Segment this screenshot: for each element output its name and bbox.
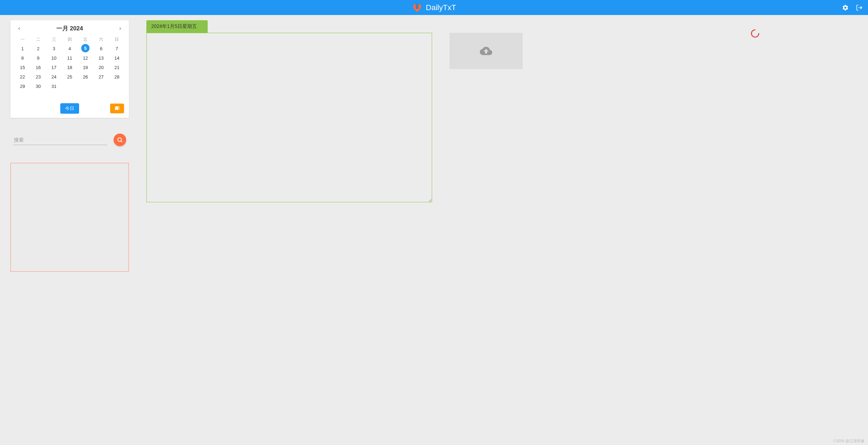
spinner-icon [750, 29, 760, 38]
calendar-day[interactable]: 18 [62, 63, 77, 72]
calendar-widget: 一月 2024 一二三四五六日1234567891011121314151617… [10, 20, 129, 118]
calendar-weekday: 二 [30, 35, 46, 44]
calendar-day[interactable]: 28 [109, 72, 125, 82]
calendar-day[interactable]: 2 [30, 44, 46, 53]
calendar-weekday: 六 [93, 35, 109, 44]
calendar-day[interactable]: 16 [30, 63, 46, 72]
calendar-day[interactable]: 25 [62, 72, 77, 82]
calendar-grid: 一二三四五六日123456789101112131415161718192021… [15, 35, 125, 91]
svg-point-6 [752, 30, 759, 37]
entry-date-tab: 2024年1月5日星期五 [146, 20, 208, 33]
gear-icon [842, 4, 849, 11]
calendar-day[interactable]: 24 [46, 72, 62, 82]
svg-point-4 [118, 138, 122, 142]
calendar-day[interactable]: 11 [62, 53, 77, 63]
search-icon [117, 137, 123, 143]
calendar-day[interactable]: 3 [46, 44, 62, 53]
calendar-weekday: 一 [15, 35, 30, 44]
today-button[interactable]: 今日 [60, 103, 79, 114]
cloud-upload-icon [480, 45, 492, 57]
calendar-day[interactable]: 7 [109, 44, 125, 53]
loading-spinner [750, 29, 760, 40]
app-header: DailyTxT [0, 0, 868, 15]
calendar-weekday: 日 [109, 35, 125, 44]
calendar-day[interactable]: 21 [109, 63, 125, 72]
logout-button[interactable] [856, 4, 863, 11]
app-title: DailyTxT [426, 3, 456, 12]
calendar-day[interactable]: 6 [93, 44, 109, 53]
calendar-day[interactable]: 23 [30, 72, 46, 82]
calendar-day[interactable]: 1 [15, 44, 30, 53]
svg-line-5 [121, 141, 122, 142]
svg-rect-2 [417, 7, 417, 8]
divider [10, 126, 129, 126]
app-logo-icon [412, 2, 422, 13]
calendar-day[interactable]: 29 [15, 82, 30, 91]
calendar-day[interactable]: 8 [15, 53, 30, 63]
calendar-day[interactable]: 26 [78, 72, 93, 82]
calendar-day[interactable]: 22 [15, 72, 30, 82]
calendar-day[interactable]: 15 [15, 63, 30, 72]
search-input[interactable] [13, 135, 107, 145]
bookmark-icon [115, 106, 120, 111]
settings-button[interactable] [842, 4, 849, 11]
calendar-day[interactable]: 27 [93, 72, 109, 82]
calendar-weekday: 四 [62, 35, 77, 44]
chevron-right-icon [118, 26, 123, 31]
calendar-day[interactable]: 19 [78, 63, 93, 72]
chevron-left-icon [17, 26, 22, 31]
calendar-day[interactable]: 14 [109, 53, 125, 63]
calendar-day[interactable]: 9 [30, 53, 46, 63]
logout-icon [856, 4, 863, 11]
calendar-day[interactable]: 10 [46, 53, 62, 63]
template-button[interactable] [110, 104, 124, 113]
calendar-day[interactable]: 31 [46, 82, 62, 91]
calendar-prev-button[interactable] [15, 25, 24, 32]
calendar-day[interactable]: 20 [93, 63, 109, 72]
calendar-weekday: 三 [46, 35, 62, 44]
entry-textarea[interactable] [146, 33, 432, 202]
calendar-day[interactable]: 17 [46, 63, 62, 72]
file-upload-dropzone[interactable] [450, 33, 523, 69]
search-results-panel [10, 163, 129, 272]
calendar-day[interactable]: 30 [30, 82, 46, 91]
calendar-day[interactable]: 5 [78, 44, 93, 53]
sidebar: 一月 2024 一二三四五六日1234567891011121314151617… [10, 20, 129, 272]
calendar-next-button[interactable] [116, 25, 125, 32]
editor-panel: 2024年1月5日星期五 [146, 20, 432, 272]
calendar-weekday: 五 [78, 35, 93, 44]
calendar-day[interactable]: 13 [93, 53, 109, 63]
calendar-month-label: 一月 2024 [56, 24, 83, 32]
calendar-day[interactable]: 4 [62, 44, 77, 53]
search-button[interactable] [114, 134, 126, 146]
calendar-day[interactable]: 12 [78, 53, 93, 63]
